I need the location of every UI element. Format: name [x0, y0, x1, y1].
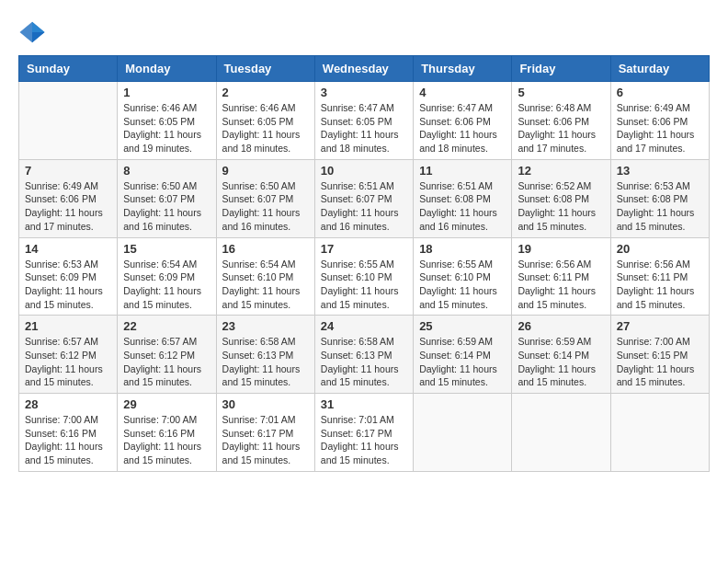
calendar-cell: 9Sunrise: 6:50 AMSunset: 6:07 PMDaylight… — [216, 159, 314, 237]
calendar-week-row: 28Sunrise: 7:00 AMSunset: 6:16 PMDayligh… — [19, 394, 710, 472]
day-number: 14 — [25, 242, 111, 256]
day-number: 8 — [123, 164, 210, 178]
day-number: 11 — [419, 164, 506, 178]
day-number: 28 — [25, 397, 111, 411]
logo-icon — [18, 18, 46, 46]
day-info: Sunrise: 6:55 AMSunset: 6:10 PMDaylight:… — [419, 258, 506, 312]
calendar-cell: 6Sunrise: 6:49 AMSunset: 6:06 PMDaylight… — [610, 82, 709, 160]
day-number: 3 — [321, 86, 407, 99]
day-info: Sunrise: 6:59 AMSunset: 6:14 PMDaylight:… — [518, 335, 604, 389]
day-info: Sunrise: 6:47 AMSunset: 6:06 PMDaylight:… — [419, 101, 506, 155]
day-header-sunday: Sunday — [19, 56, 118, 82]
day-number: 19 — [518, 242, 604, 256]
calendar-cell: 5Sunrise: 6:48 AMSunset: 6:06 PMDaylight… — [512, 82, 610, 160]
calendar-cell: 11Sunrise: 6:51 AMSunset: 6:08 PMDayligh… — [414, 159, 512, 237]
day-number: 15 — [123, 242, 210, 256]
day-number: 7 — [25, 164, 111, 178]
calendar-cell — [610, 394, 709, 472]
day-number: 31 — [321, 397, 407, 411]
day-number: 21 — [25, 319, 111, 333]
calendar-cell: 26Sunrise: 6:59 AMSunset: 6:14 PMDayligh… — [512, 316, 610, 394]
svg-marker-2 — [32, 32, 45, 42]
day-number: 16 — [222, 242, 309, 256]
day-info: Sunrise: 7:00 AMSunset: 6:15 PMDaylight:… — [617, 335, 703, 389]
day-info: Sunrise: 6:47 AMSunset: 6:05 PMDaylight:… — [321, 101, 407, 155]
day-info: Sunrise: 6:49 AMSunset: 6:06 PMDaylight:… — [617, 101, 703, 155]
day-header-thursday: Thursday — [414, 56, 512, 82]
calendar-cell: 25Sunrise: 6:59 AMSunset: 6:14 PMDayligh… — [414, 316, 512, 394]
day-number: 27 — [617, 319, 703, 333]
day-info: Sunrise: 6:50 AMSunset: 6:07 PMDaylight:… — [222, 179, 309, 234]
calendar-cell — [19, 82, 118, 160]
day-number: 24 — [321, 319, 407, 333]
day-info: Sunrise: 7:01 AMSunset: 6:17 PMDaylight:… — [321, 413, 407, 467]
day-number: 6 — [617, 86, 703, 99]
calendar-cell: 18Sunrise: 6:55 AMSunset: 6:10 PMDayligh… — [414, 237, 512, 316]
day-info: Sunrise: 6:54 AMSunset: 6:10 PMDaylight:… — [222, 258, 309, 312]
calendar-cell: 12Sunrise: 6:52 AMSunset: 6:08 PMDayligh… — [512, 159, 610, 237]
day-info: Sunrise: 6:46 AMSunset: 6:05 PMDaylight:… — [123, 101, 210, 155]
day-header-monday: Monday — [118, 56, 216, 82]
day-number: 13 — [617, 164, 703, 178]
day-info: Sunrise: 6:55 AMSunset: 6:10 PMDaylight:… — [321, 258, 407, 312]
day-number: 18 — [419, 242, 506, 256]
day-info: Sunrise: 7:00 AMSunset: 6:16 PMDaylight:… — [123, 413, 210, 467]
day-info: Sunrise: 6:46 AMSunset: 6:05 PMDaylight:… — [222, 101, 309, 155]
day-header-saturday: Saturday — [610, 56, 709, 82]
calendar-cell: 23Sunrise: 6:58 AMSunset: 6:13 PMDayligh… — [216, 316, 314, 394]
day-number: 5 — [518, 86, 604, 99]
day-info: Sunrise: 6:57 AMSunset: 6:12 PMDaylight:… — [123, 335, 210, 389]
day-number: 4 — [419, 86, 506, 99]
day-number: 10 — [321, 164, 407, 178]
calendar-cell: 10Sunrise: 6:51 AMSunset: 6:07 PMDayligh… — [314, 159, 413, 237]
day-info: Sunrise: 6:59 AMSunset: 6:14 PMDaylight:… — [419, 335, 506, 389]
day-number: 1 — [123, 86, 210, 99]
day-info: Sunrise: 7:01 AMSunset: 6:17 PMDaylight:… — [222, 413, 309, 467]
calendar-cell: 20Sunrise: 6:56 AMSunset: 6:11 PMDayligh… — [610, 237, 709, 316]
day-number: 23 — [222, 319, 309, 333]
calendar-week-row: 14Sunrise: 6:53 AMSunset: 6:09 PMDayligh… — [19, 237, 710, 316]
calendar-cell: 7Sunrise: 6:49 AMSunset: 6:06 PMDaylight… — [19, 159, 118, 237]
day-number: 29 — [123, 397, 210, 411]
calendar-cell: 28Sunrise: 7:00 AMSunset: 6:16 PMDayligh… — [19, 394, 118, 472]
calendar-cell: 1Sunrise: 6:46 AMSunset: 6:05 PMDaylight… — [118, 82, 216, 160]
calendar-cell: 22Sunrise: 6:57 AMSunset: 6:12 PMDayligh… — [118, 316, 216, 394]
day-info: Sunrise: 6:56 AMSunset: 6:11 PMDaylight:… — [518, 258, 604, 312]
day-info: Sunrise: 6:53 AMSunset: 6:08 PMDaylight:… — [617, 179, 703, 234]
day-info: Sunrise: 6:56 AMSunset: 6:11 PMDaylight:… — [617, 258, 703, 312]
calendar-cell: 19Sunrise: 6:56 AMSunset: 6:11 PMDayligh… — [512, 237, 610, 316]
calendar-cell — [414, 394, 512, 472]
calendar-cell: 13Sunrise: 6:53 AMSunset: 6:08 PMDayligh… — [610, 159, 709, 237]
calendar-week-row: 7Sunrise: 6:49 AMSunset: 6:06 PMDaylight… — [19, 159, 710, 237]
calendar-cell: 24Sunrise: 6:58 AMSunset: 6:13 PMDayligh… — [314, 316, 413, 394]
calendar-week-row: 1Sunrise: 6:46 AMSunset: 6:05 PMDaylight… — [19, 82, 710, 160]
calendar-cell: 2Sunrise: 6:46 AMSunset: 6:05 PMDaylight… — [216, 82, 314, 160]
day-info: Sunrise: 6:54 AMSunset: 6:09 PMDaylight:… — [123, 258, 210, 312]
day-number: 17 — [321, 242, 407, 256]
calendar-cell: 30Sunrise: 7:01 AMSunset: 6:17 PMDayligh… — [216, 394, 314, 472]
day-header-wednesday: Wednesday — [314, 56, 413, 82]
calendar-header-row: SundayMondayTuesdayWednesdayThursdayFrid… — [19, 56, 710, 82]
day-number: 25 — [419, 319, 506, 333]
calendar-cell: 14Sunrise: 6:53 AMSunset: 6:09 PMDayligh… — [19, 237, 118, 316]
calendar-cell: 17Sunrise: 6:55 AMSunset: 6:10 PMDayligh… — [314, 237, 413, 316]
svg-marker-1 — [32, 22, 45, 32]
calendar-week-row: 21Sunrise: 6:57 AMSunset: 6:12 PMDayligh… — [19, 316, 710, 394]
calendar-cell: 21Sunrise: 6:57 AMSunset: 6:12 PMDayligh… — [19, 316, 118, 394]
calendar-cell: 15Sunrise: 6:54 AMSunset: 6:09 PMDayligh… — [118, 237, 216, 316]
day-info: Sunrise: 6:57 AMSunset: 6:12 PMDaylight:… — [25, 335, 111, 389]
day-info: Sunrise: 6:58 AMSunset: 6:13 PMDaylight:… — [222, 335, 309, 389]
page-header — [18, 18, 710, 46]
day-number: 20 — [617, 242, 703, 256]
day-info: Sunrise: 6:53 AMSunset: 6:09 PMDaylight:… — [25, 258, 111, 312]
day-info: Sunrise: 6:48 AMSunset: 6:06 PMDaylight:… — [518, 101, 604, 155]
day-info: Sunrise: 6:52 AMSunset: 6:08 PMDaylight:… — [518, 179, 604, 234]
calendar-cell: 29Sunrise: 7:00 AMSunset: 6:16 PMDayligh… — [118, 394, 216, 472]
day-info: Sunrise: 6:51 AMSunset: 6:08 PMDaylight:… — [419, 179, 506, 234]
day-number: 12 — [518, 164, 604, 178]
day-number: 9 — [222, 164, 309, 178]
day-info: Sunrise: 6:58 AMSunset: 6:13 PMDaylight:… — [321, 335, 407, 389]
day-number: 26 — [518, 319, 604, 333]
day-info: Sunrise: 6:51 AMSunset: 6:07 PMDaylight:… — [321, 179, 407, 234]
day-number: 30 — [222, 397, 309, 411]
